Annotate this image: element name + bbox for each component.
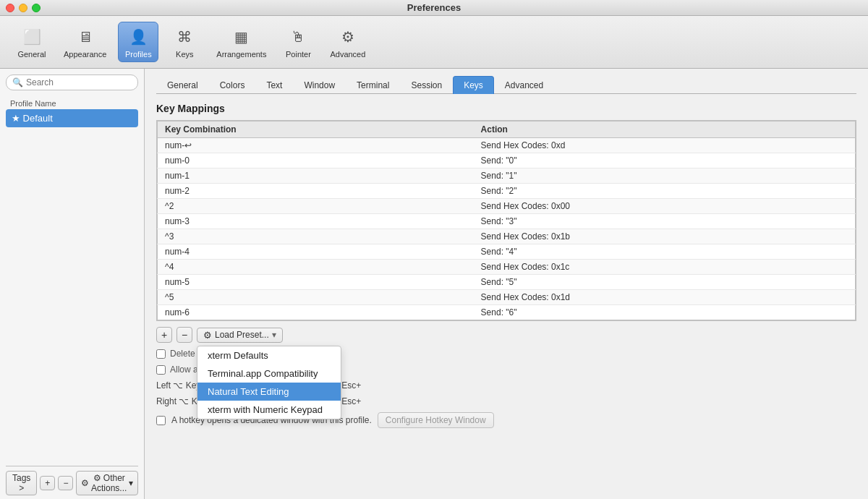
key-action: Send: "4" — [474, 244, 856, 260]
toolbar-item-appearance[interactable]: 🖥 Appearance — [58, 22, 112, 61]
tab-colors[interactable]: Colors — [209, 76, 256, 94]
col-key-combination: Key Combination — [158, 121, 474, 138]
key-mappings-table: Key Combination Action num-↩ Send Hex Co… — [157, 121, 856, 320]
toolbar-item-arrangements[interactable]: ▦ Arrangements — [210, 22, 272, 61]
preset-row: + − ⚙ Load Preset... ▾ xterm Defaults Te… — [156, 327, 856, 343]
tab-general[interactable]: General — [156, 76, 209, 94]
advanced-label: Advanced — [330, 50, 365, 59]
left-esc-label: Esc+ — [341, 380, 361, 391]
remove-key-button[interactable]: − — [176, 327, 192, 343]
toolbar: ⬜ General 🖥 Appearance 👤 Profiles ⌘ Keys… — [0, 16, 868, 69]
configure-hotkey-button[interactable]: Configure Hotkey Window — [378, 412, 494, 428]
dropdown-item-xterm-numeric[interactable]: xterm with Numeric Keypad — [197, 401, 341, 419]
search-icon: 🔍 — [12, 77, 23, 88]
allow-apps-checkbox[interactable] — [156, 365, 166, 375]
table-row[interactable]: num-6 Send: "6" — [158, 305, 856, 320]
table-row[interactable]: num-2 Send: "2" — [158, 184, 856, 199]
toolbar-item-pointer[interactable]: 🖱 Pointer — [278, 22, 318, 61]
table-row[interactable]: num-3 Send: "3" — [158, 214, 856, 229]
remove-profile-button[interactable]: − — [58, 476, 73, 490]
table-row[interactable]: num-0 Send: "0" — [158, 153, 856, 169]
gear-icon: ⚙ — [81, 478, 89, 488]
key-action: Send: "1" — [474, 169, 856, 184]
preset-dropdown-menu: xterm Defaults Terminal.app Compatibilit… — [197, 346, 341, 419]
appearance-icon: 🖥 — [74, 25, 97, 48]
table-row[interactable]: ^5 Send Hex Codes: 0x1d — [158, 290, 856, 305]
key-combination: num-5 — [158, 275, 474, 290]
tab-terminal[interactable]: Terminal — [346, 76, 400, 94]
table-row[interactable]: num-↩ Send Hex Codes: 0xd — [158, 138, 856, 153]
maximize-button[interactable] — [32, 4, 41, 12]
main-content: 🔍 Profile Name ★ Default Tags > + − ⚙ ⚙ … — [0, 69, 868, 499]
profiles-icon: 👤 — [127, 25, 150, 48]
dropdown-item-natural-text[interactable]: Natural Text Editing — [197, 383, 341, 401]
add-key-button[interactable]: + — [156, 327, 172, 343]
table-row[interactable]: ^4 Send Hex Codes: 0x1c — [158, 260, 856, 275]
key-combination: num-3 — [158, 214, 474, 229]
add-profile-button[interactable]: + — [40, 476, 55, 490]
load-preset-label: Load Preset... — [215, 330, 269, 340]
key-combination: num-2 — [158, 184, 474, 199]
gear-icon: ⚙ — [203, 330, 212, 341]
load-preset-button[interactable]: ⚙ Load Preset... ▾ — [197, 328, 283, 343]
caret-icon: ▾ — [272, 330, 276, 340]
key-combination: num-6 — [158, 305, 474, 320]
other-actions-label: ⚙ Other Actions... — [90, 473, 127, 493]
minimize-button[interactable] — [19, 4, 27, 12]
tab-keys[interactable]: Keys — [453, 76, 494, 94]
key-action: Send: "0" — [474, 153, 856, 169]
key-action: Send: "3" — [474, 214, 856, 229]
delete-sends-checkbox[interactable] — [156, 349, 166, 359]
pointer-label: Pointer — [286, 50, 311, 59]
close-button[interactable] — [6, 4, 14, 12]
sidebar-bottom: Tags > + − ⚙ ⚙ Other Actions... ▾ — [6, 466, 138, 495]
table-row[interactable]: num-1 Send: "1" — [158, 169, 856, 184]
key-mappings-table-wrapper[interactable]: Key Combination Action num-↩ Send Hex Co… — [156, 120, 856, 321]
table-row[interactable]: ^2 Send Hex Codes: 0x00 — [158, 199, 856, 214]
toolbar-item-general[interactable]: ⬜ General — [12, 22, 52, 61]
key-combination: ^3 — [158, 229, 474, 244]
arrangements-label: Arrangements — [216, 50, 266, 59]
profile-item-default[interactable]: ★ Default — [6, 109, 138, 127]
section-title: Key Mappings — [156, 103, 856, 114]
key-combination: num-↩ — [158, 138, 474, 153]
key-combination: num-1 — [158, 169, 474, 184]
table-row[interactable]: num-4 Send: "4" — [158, 244, 856, 260]
key-combination: ^5 — [158, 290, 474, 305]
general-label: General — [17, 50, 46, 59]
window-controls[interactable] — [6, 4, 41, 12]
tab-text[interactable]: Text — [255, 76, 293, 94]
tags-button[interactable]: Tags > — [6, 471, 37, 495]
arrangements-icon: ▦ — [230, 25, 253, 48]
advanced-icon: ⚙ — [336, 25, 359, 48]
dropdown-item-terminal-compat[interactable]: Terminal.app Compatibility — [197, 364, 341, 383]
hotkey-checkbox[interactable] — [156, 416, 166, 425]
toolbar-item-profiles[interactable]: 👤 Profiles — [118, 22, 158, 62]
table-row[interactable]: num-5 Send: "5" — [158, 275, 856, 290]
table-row[interactable]: ^3 Send Hex Codes: 0x1b — [158, 229, 856, 244]
search-input[interactable] — [26, 77, 132, 88]
toolbar-item-keys[interactable]: ⌘ Keys — [164, 22, 205, 61]
profile-list-header: Profile Name — [6, 96, 138, 109]
right-esc-label: Esc+ — [341, 396, 361, 406]
key-action: Send: "2" — [474, 184, 856, 199]
dropdown-item-xterm-defaults[interactable]: xterm Defaults — [197, 346, 341, 364]
key-combination: num-0 — [158, 153, 474, 169]
toolbar-item-advanced[interactable]: ⚙ Advanced — [324, 22, 371, 61]
general-icon: ⬜ — [20, 25, 43, 48]
title-bar: Preferences — [0, 0, 868, 16]
key-combination: num-4 — [158, 244, 474, 260]
other-actions-button[interactable]: ⚙ ⚙ Other Actions... ▾ — [76, 471, 138, 495]
col-action: Action — [474, 121, 856, 138]
tab-session[interactable]: Session — [400, 76, 453, 94]
key-combination: ^4 — [158, 260, 474, 275]
keys-icon: ⌘ — [173, 25, 196, 48]
window-title: Preferences — [407, 2, 461, 13]
key-combination: ^2 — [158, 199, 474, 214]
key-action: Send Hex Codes: 0x1c — [474, 260, 856, 275]
search-box[interactable]: 🔍 — [6, 74, 138, 90]
tab-window[interactable]: Window — [293, 76, 346, 94]
tabs: GeneralColorsTextWindowTerminalSessionKe… — [156, 76, 856, 94]
tab-advanced[interactable]: Advanced — [494, 76, 554, 94]
keys-label: Keys — [176, 50, 193, 59]
